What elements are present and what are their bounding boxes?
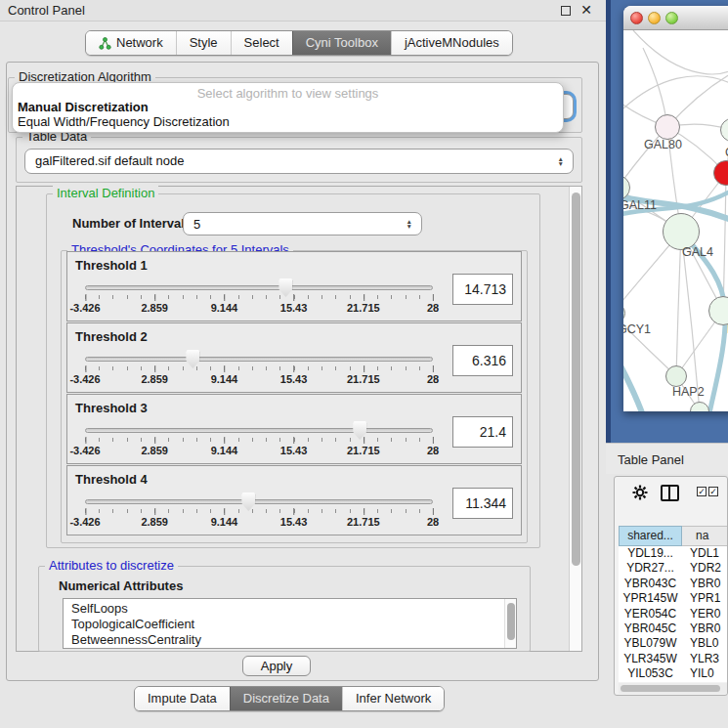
slider-tick-labels: -3.426 2.859 9.144 15.43 21.715 28 (85, 445, 433, 458)
slider-track[interactable] (85, 357, 433, 362)
table-toolbar: ✓ ✓ (615, 477, 727, 508)
cell-shared-name: YLR345W (619, 652, 682, 666)
tab-infer-network[interactable]: Infer Network (342, 687, 444, 710)
cell-name: YLR3 (682, 652, 728, 666)
threshold-value-field[interactable]: 14.713 (452, 274, 513, 305)
settings-scroll-panel: Interval Definition Number of Intervals … (16, 186, 582, 652)
dropdown-item-equal-width[interactable]: Equal Width/Frequency Discretization (13, 114, 563, 129)
tab-label: Discretize Data (243, 687, 329, 710)
dropdown-item-manual[interactable]: Manual Discretization (13, 100, 563, 114)
combobox-value: 5 (193, 217, 200, 232)
threshold-value-field[interactable]: 21.4 (452, 416, 513, 448)
attribute-item[interactable]: TopologicalCoefficient (71, 617, 502, 632)
network-icon (99, 37, 111, 50)
threshold-slider[interactable]: -3.426 2.859 9.144 15.43 21.715 28 (85, 418, 433, 463)
cell-name: YER0 (682, 607, 728, 621)
checkbox-icon: ✓ (708, 487, 718, 496)
table-horizontal-scrollbar[interactable] (619, 683, 728, 694)
cell-shared-name: YDR27... (619, 561, 682, 576)
cell-name: YPR1 (682, 591, 728, 606)
mac-close-icon[interactable] (630, 12, 643, 24)
slider-track[interactable] (85, 285, 433, 290)
threshold-block: Threshold 3 -3.426 2.859 9.144 15.43 (66, 394, 522, 464)
cell-name: YDL1 (682, 546, 728, 561)
select-columns-icon[interactable]: ✓ ✓ (697, 487, 718, 496)
mac-minimize-icon[interactable] (648, 12, 661, 24)
top-tab-bar: Network Style Select Cyni Toolbox jActiv… (85, 30, 513, 56)
attributes-group: Attributes to discretize Numerical Attri… (38, 566, 531, 652)
tick-label: -3.426 (69, 516, 100, 528)
group-title: Interval Definition (53, 186, 158, 200)
network-window-titlebar[interactable] (623, 6, 728, 30)
tick-label: 15.43 (280, 445, 308, 456)
mac-zoom-icon[interactable] (665, 12, 678, 24)
gear-icon[interactable] (632, 485, 648, 500)
thresholds-group: Threshold's Coordinates for 5 Intervals … (61, 250, 528, 543)
table-row[interactable]: YER054C YER0 (619, 607, 728, 621)
attributes-scrollbar[interactable] (504, 599, 516, 648)
table-row[interactable]: YIL053C YIL0 (619, 666, 728, 681)
tick-label: 9.144 (211, 373, 238, 385)
slider-track[interactable] (85, 499, 433, 504)
table-row[interactable]: YDR27... YDR2 (619, 561, 728, 576)
tab-style[interactable]: Style (176, 31, 231, 55)
combobox-value: galFiltered.sif default node (35, 153, 184, 168)
table-panel-title: Table Panel (618, 452, 684, 467)
column-header-shared-name[interactable]: shared... (619, 526, 682, 546)
table-data-combobox[interactable]: galFiltered.sif default node ▲▼ (24, 149, 574, 174)
tick-label: 28 (427, 445, 439, 456)
slider-ticks (85, 295, 433, 299)
tick-label: -3.426 (69, 302, 100, 314)
float-window-icon[interactable] (561, 6, 571, 16)
threshold-slider[interactable]: -3.426 2.859 9.144 15.43 21.715 28 (85, 490, 433, 535)
table-panel-titlebar: Table Panel (606, 443, 728, 474)
network-window[interactable]: GAL80 GA C GAL11 GAL4 GCY1 H HAP2 (623, 6, 728, 411)
tick-label: 28 (427, 373, 439, 385)
column-layout-icon[interactable] (661, 485, 679, 501)
dropdown-placeholder[interactable]: Select algorithm to view settings (13, 83, 563, 100)
slider-track[interactable] (85, 428, 433, 433)
tab-label: Style (190, 31, 218, 55)
tick-label: 2.859 (141, 445, 168, 456)
slider-tick-labels: -3.426 2.859 9.144 15.43 21.715 28 (85, 516, 433, 530)
tab-discretize-data[interactable]: Discretize Data (230, 687, 342, 710)
table-row[interactable]: YBL079W YBL0 (619, 636, 728, 651)
settings-scrollbar[interactable] (569, 187, 581, 651)
table-row[interactable]: YBR045C YBR0 (619, 621, 728, 636)
threshold-block: Threshold 4 -3.426 2.859 9.144 15.43 (66, 465, 522, 535)
table-rows: YDL19... YDL1 YDR27... YDR2 YBR043C YBR0… (619, 546, 728, 682)
threshold-value-field[interactable]: 11.344 (452, 488, 513, 519)
tab-network[interactable]: Network (86, 31, 176, 55)
attributes-listbox[interactable]: SelfLoopsTopologicalCoefficientBetweenne… (63, 598, 517, 649)
threshold-label: Threshold 1 (75, 258, 148, 273)
apply-button[interactable]: Apply (242, 656, 311, 676)
cell-shared-name: YPR145W (619, 591, 682, 606)
attribute-item[interactable]: SelfLoops (71, 601, 502, 617)
number-of-intervals-combobox[interactable]: 5 ▲▼ (183, 212, 422, 236)
threshold-slider[interactable]: -3.426 2.859 9.144 15.43 21.715 28 (85, 347, 433, 392)
threshold-block: Threshold 2 -3.426 2.859 9.144 15.43 (66, 322, 522, 393)
tick-label: 21.715 (347, 516, 380, 528)
table-row[interactable]: YPR145W YPR1 (619, 591, 728, 606)
cell-name: YBL0 (682, 636, 728, 651)
attribute-item[interactable]: BetweennessCentrality (71, 632, 502, 648)
panel-title: Control Panel (8, 3, 85, 18)
table-row[interactable]: YDL19... YDL1 (619, 546, 728, 561)
close-icon[interactable]: ✕ (580, 2, 592, 18)
tab-jactivemnodules[interactable]: jActiveMNodules (391, 31, 512, 55)
stepper-icon: ▲▼ (407, 213, 412, 235)
table-panel: ✓ ✓ shared... na YDL19... YDL1 YDR27... … (614, 476, 728, 696)
tab-cyni-toolbox[interactable]: Cyni Toolbox (292, 31, 391, 55)
threshold-value-field[interactable]: 6.316 (452, 345, 513, 376)
threshold-block: Threshold 1 -3.426 2.859 9.144 15.43 (66, 251, 522, 321)
tab-impute-data[interactable]: Impute Data (135, 687, 230, 710)
network-node[interactable] (655, 114, 680, 140)
table-row[interactable]: YBR043C YBR0 (619, 577, 728, 591)
column-header-name[interactable]: na (682, 526, 728, 546)
network-node[interactable] (665, 365, 687, 387)
network-canvas[interactable]: GAL80 GA C GAL11 GAL4 GCY1 H HAP2 (623, 30, 728, 411)
cell-shared-name: YDL19... (619, 546, 682, 561)
table-row[interactable]: YLR345W YLR3 (619, 652, 728, 666)
tab-select[interactable]: Select (231, 31, 292, 55)
threshold-slider[interactable]: -3.426 2.859 9.144 15.43 21.715 28 (85, 276, 433, 321)
